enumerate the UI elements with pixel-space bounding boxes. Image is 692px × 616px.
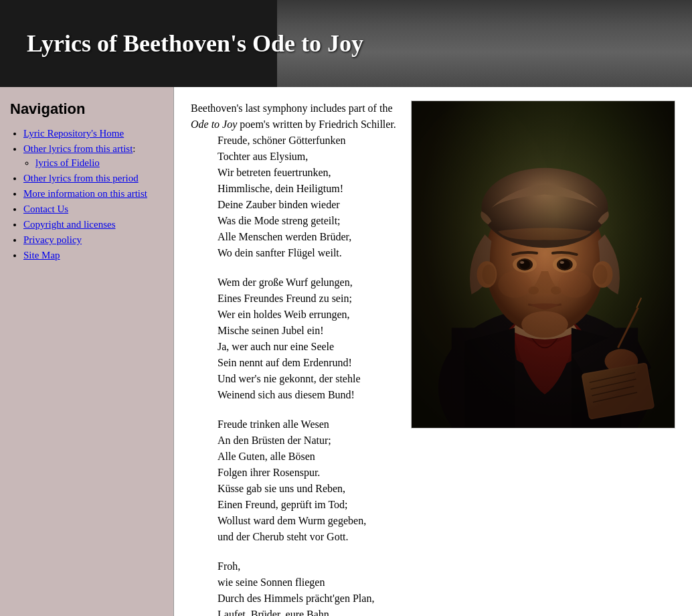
svg-point-22 <box>519 260 530 269</box>
verse-4: Froh, wie seine Sonnen fliegen Durch des… <box>191 558 398 616</box>
nav-lyrics-fidelio[interactable]: lyrics of Fidelio <box>35 157 100 168</box>
page-header: Lyrics of Beethoven's Ode to Joy <box>0 0 692 87</box>
sidebar-heading: Navigation <box>10 100 163 118</box>
list-item: Lyric Repository's Home <box>23 128 163 139</box>
svg-line-15 <box>592 386 634 396</box>
beethoven-portrait-svg <box>412 101 675 428</box>
svg-point-18 <box>485 188 604 335</box>
intro-plain: Beethoven's last symphony includes part … <box>191 102 393 114</box>
svg-point-32 <box>521 311 568 338</box>
intro-italic: Ode to Joy <box>191 119 237 130</box>
list-item: Other lyrics from this period <box>23 173 163 184</box>
svg-line-9 <box>618 308 638 348</box>
list-item: Site Map <box>23 250 163 261</box>
verse-3: Freude trinken alle Wesen An den Brüsten… <box>191 416 398 545</box>
verse-1: Freude, schöner Götterfunken Tochter aus… <box>191 133 398 261</box>
nav-sitemap[interactable]: Site Map <box>23 250 60 260</box>
svg-rect-17 <box>531 301 558 331</box>
beethoven-portrait <box>411 100 675 429</box>
svg-point-21 <box>517 258 533 271</box>
nav-lyric-repository[interactable]: Lyric Repository's Home <box>23 128 124 139</box>
intro-rest: poem's written by Friedrich Schiller. <box>237 119 396 130</box>
list-item: Copyright and licenses <box>23 219 163 230</box>
svg-line-14 <box>590 379 636 389</box>
svg-point-31 <box>558 271 592 298</box>
svg-point-2 <box>412 101 558 368</box>
svg-point-24 <box>553 256 577 273</box>
svg-point-19 <box>481 168 608 248</box>
svg-point-34 <box>482 264 495 285</box>
svg-point-20 <box>513 256 537 273</box>
nav-privacy[interactable]: Privacy policy <box>23 234 82 245</box>
list-item: lyrics of Fidelio <box>35 157 163 169</box>
page-title: Lyrics of Beethoven's Ode to Joy <box>27 29 363 58</box>
svg-point-29 <box>551 287 561 295</box>
svg-point-23 <box>520 261 524 264</box>
svg-point-26 <box>559 260 570 269</box>
svg-point-8 <box>605 349 638 373</box>
svg-point-3 <box>558 101 675 321</box>
svg-line-10 <box>636 298 641 308</box>
svg-point-5 <box>438 308 651 428</box>
intro-paragraph: Beethoven's last symphony includes part … <box>191 100 398 133</box>
list-item: Contact Us <box>23 204 163 215</box>
svg-point-1 <box>412 101 675 248</box>
svg-rect-4 <box>412 101 675 428</box>
svg-rect-0 <box>412 101 675 428</box>
nav-other-lyrics-period[interactable]: Other lyrics from this period <box>23 173 139 183</box>
sidebar: Navigation Lyric Repository's Home Other… <box>0 87 174 616</box>
svg-point-35 <box>593 261 613 288</box>
sidebar-nav-list: Lyric Repository's Home Other lyrics fro… <box>10 128 163 261</box>
svg-point-25 <box>557 258 573 271</box>
svg-point-28 <box>528 287 539 295</box>
list-item: More information on this artist <box>23 188 163 200</box>
nav-contact-us[interactable]: Contact Us <box>23 204 68 214</box>
svg-line-13 <box>589 372 635 382</box>
nav-more-info-artist[interactable]: More information on this artist <box>23 188 147 199</box>
svg-rect-6 <box>452 328 638 428</box>
svg-point-27 <box>560 261 564 264</box>
sidebar-subnav-list: lyrics of Fidelio <box>23 157 163 169</box>
content-intro: Beethoven's last symphony includes part … <box>191 100 675 616</box>
svg-rect-11 <box>581 362 655 420</box>
svg-point-33 <box>477 261 497 288</box>
content-area: Beethoven's last symphony includes part … <box>174 87 692 616</box>
main-layout: Navigation Lyric Repository's Home Other… <box>0 87 692 616</box>
svg-point-36 <box>594 264 608 285</box>
svg-rect-37 <box>412 101 675 428</box>
intro-text: Beethoven's last symphony includes part … <box>191 100 398 616</box>
nav-other-lyrics-artist[interactable]: Other lyrics from this artist <box>23 143 133 154</box>
svg-rect-12 <box>583 364 653 418</box>
list-item: Privacy policy <box>23 234 163 246</box>
lyrics-section: Freude, schöner Götterfunken Tochter aus… <box>191 133 398 616</box>
verse-2: Wem der große Wurf gelungen, Eines Freun… <box>191 275 398 403</box>
svg-line-16 <box>592 392 637 402</box>
list-item: Other lyrics from this artist: lyrics of… <box>23 143 163 169</box>
svg-point-30 <box>498 271 531 298</box>
svg-point-7 <box>505 315 584 368</box>
nav-copyright[interactable]: Copyright and licenses <box>23 219 115 230</box>
